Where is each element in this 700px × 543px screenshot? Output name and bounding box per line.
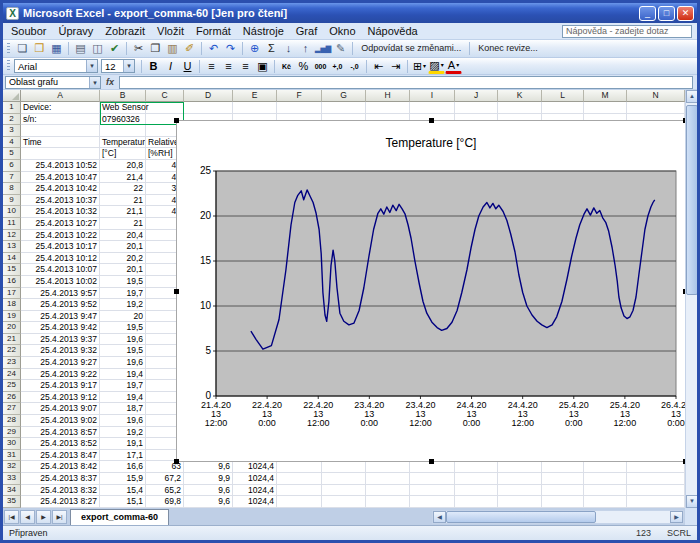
increase-indent-button[interactable]: ⇥: [387, 59, 404, 74]
cell-A31[interactable]: 25.4.2013 8:47: [21, 450, 100, 462]
cell-J1[interactable]: [455, 102, 498, 114]
menu-graf[interactable]: Graf: [290, 24, 323, 38]
cell-A26[interactable]: 25.4.2013 9:12: [21, 392, 100, 404]
cell-A28[interactable]: 25.4.2013 9:02: [21, 415, 100, 427]
cell-F32[interactable]: [277, 461, 322, 473]
comma-style-button[interactable]: 000: [312, 59, 329, 74]
row-header-15[interactable]: 15: [3, 264, 21, 276]
cut-icon[interactable]: ✂: [130, 41, 147, 56]
cell-B22[interactable]: 19,5: [100, 345, 146, 357]
chevron-down-icon[interactable]: ▾: [456, 62, 459, 68]
cell-A23[interactable]: 25.4.2013 9:27: [21, 357, 100, 369]
scroll-down-icon[interactable]: ▼: [686, 495, 698, 508]
toolbar-grip[interactable]: [7, 60, 10, 72]
cell-H35[interactable]: [366, 496, 410, 508]
cell-C33[interactable]: 67,2: [146, 473, 184, 485]
cell-M33[interactable]: [584, 473, 627, 485]
hyperlink-icon[interactable]: ⊕: [246, 41, 263, 56]
bold-button[interactable]: B: [145, 59, 162, 74]
cell-A27[interactable]: 25.4.2013 9:07: [21, 403, 100, 415]
cell-F1[interactable]: [277, 102, 322, 114]
cell-L1[interactable]: [542, 102, 584, 114]
cell-B31[interactable]: 17,1: [100, 450, 146, 462]
cell-A2[interactable]: s/n:: [21, 114, 100, 126]
close-button[interactable]: ✕: [677, 6, 694, 21]
chevron-down-icon[interactable]: ▾: [123, 60, 134, 72]
row-header-23[interactable]: 23: [3, 357, 21, 369]
column-header-N[interactable]: N: [627, 90, 685, 102]
tab-next-button[interactable]: ▶: [36, 510, 51, 524]
column-header-K[interactable]: K: [498, 90, 542, 102]
cell-A9[interactable]: 25.4.2013 10:37: [21, 195, 100, 207]
cell-B18[interactable]: 19,2: [100, 299, 146, 311]
cell-E35[interactable]: 1024,4: [233, 496, 277, 508]
increase-decimal-button[interactable]: +,0: [329, 59, 346, 74]
row-header-16[interactable]: 16: [3, 276, 21, 288]
cell-A18[interactable]: 25.4.2013 9:52: [21, 299, 100, 311]
font-name-select[interactable]: Arial ▾: [14, 59, 98, 73]
italic-button[interactable]: I: [162, 59, 179, 74]
cell-D32[interactable]: 9,6: [184, 461, 233, 473]
chart-selection-handle[interactable]: [683, 289, 685, 294]
cell-H33[interactable]: [366, 473, 410, 485]
column-header-H[interactable]: H: [366, 90, 410, 102]
cell-A8[interactable]: 25.4.2013 10:42: [21, 183, 100, 195]
temperature-chart[interactable]: Temperature [°C]051015202521.4.201312:00…: [176, 120, 685, 462]
cell-A7[interactable]: 25.4.2013 10:47: [21, 172, 100, 184]
row-header-24[interactable]: 24: [3, 369, 21, 381]
chart-selection-handle[interactable]: [174, 118, 179, 123]
cell-B16[interactable]: 19,5: [100, 276, 146, 288]
cell-B13[interactable]: 20,1: [100, 241, 146, 253]
column-header-M[interactable]: M: [584, 90, 627, 102]
row-header-5[interactable]: 5: [3, 148, 21, 160]
row-header-30[interactable]: 30: [3, 438, 21, 450]
save-icon[interactable]: ▦: [48, 41, 65, 56]
borders-button[interactable]: ⊞▾: [411, 59, 428, 74]
chart-selection-handle[interactable]: [174, 289, 179, 294]
cell-I33[interactable]: [410, 473, 455, 485]
row-header-22[interactable]: 22: [3, 345, 21, 357]
row-header-10[interactable]: 10: [3, 206, 21, 218]
menu-vlozit[interactable]: Vložit: [151, 24, 190, 38]
new-document-icon[interactable]: ❏: [14, 41, 31, 56]
row-header-28[interactable]: 28: [3, 415, 21, 427]
cell-J33[interactable]: [455, 473, 498, 485]
currency-style-button[interactable]: Kč: [278, 59, 295, 74]
cell-B12[interactable]: 20,4: [100, 230, 146, 242]
cell-D33[interactable]: 9,9: [184, 473, 233, 485]
review-button-odpovidat-se-zmenami[interactable]: Odpovídat se změnami...: [356, 41, 466, 56]
row-header-8[interactable]: 8: [3, 183, 21, 195]
underline-button[interactable]: U: [179, 59, 196, 74]
tab-first-button[interactable]: |◀: [4, 510, 19, 524]
cell-A20[interactable]: 25.4.2013 9:42: [21, 322, 100, 334]
row-header-12[interactable]: 12: [3, 230, 21, 242]
copy-icon[interactable]: ❐: [147, 41, 164, 56]
cell-A22[interactable]: 25.4.2013 9:32: [21, 345, 100, 357]
cell-M35[interactable]: [584, 496, 627, 508]
column-header-E[interactable]: E: [233, 90, 277, 102]
sort-ascending-icon[interactable]: ↓: [280, 41, 297, 56]
row-header-1[interactable]: 1: [3, 102, 21, 114]
cell-C1[interactable]: [146, 102, 184, 114]
cell-E1[interactable]: [233, 102, 277, 114]
menu-upravy[interactable]: Úpravy: [52, 24, 99, 38]
cell-C35[interactable]: 69,8: [146, 496, 184, 508]
chevron-down-icon[interactable]: ▾: [441, 62, 444, 68]
menu-zobrazit[interactable]: Zobrazit: [99, 24, 151, 38]
row-header-14[interactable]: 14: [3, 253, 21, 265]
column-header-B[interactable]: B: [100, 90, 146, 102]
cell-A12[interactable]: 25.4.2013 10:22: [21, 230, 100, 242]
cell-L34[interactable]: [542, 485, 584, 497]
row-header-34[interactable]: 34: [3, 485, 21, 497]
cell-H34[interactable]: [366, 485, 410, 497]
row-header-21[interactable]: 21: [3, 334, 21, 346]
row-header-18[interactable]: 18: [3, 299, 21, 311]
cell-B29[interactable]: 19,2: [100, 427, 146, 439]
spellcheck-icon[interactable]: ✔: [106, 41, 123, 56]
fill-color-button[interactable]: ▨▾: [428, 59, 445, 74]
cell-K32[interactable]: [498, 461, 542, 473]
cell-A6[interactable]: 25.4.2013 10:52: [21, 160, 100, 172]
column-header-F[interactable]: F: [277, 90, 322, 102]
row-header-27[interactable]: 27: [3, 403, 21, 415]
row-header-20[interactable]: 20: [3, 322, 21, 334]
